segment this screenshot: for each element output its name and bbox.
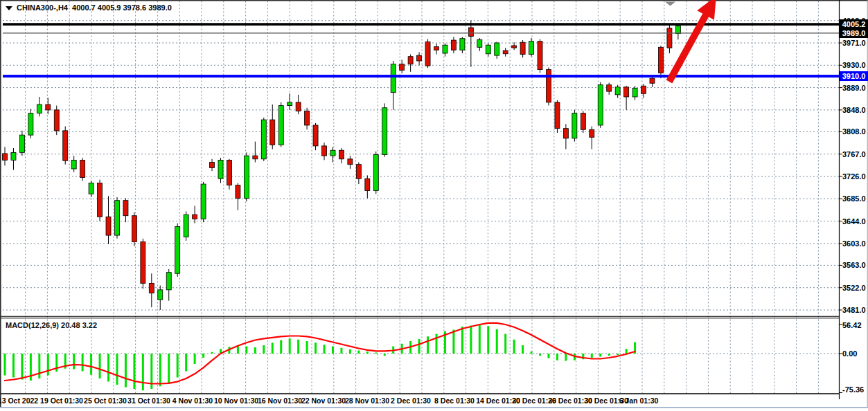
macd-histogram-bar <box>263 345 265 354</box>
macd-histogram-bar <box>547 354 549 358</box>
macd-histogram-bar <box>254 347 256 354</box>
price-tick-label: 3767.0 <box>842 150 866 158</box>
candle-body <box>615 87 620 95</box>
candle-body <box>46 104 51 110</box>
candle-body <box>503 51 508 54</box>
candle-body <box>19 135 24 152</box>
candle-body <box>89 183 94 194</box>
candle-body <box>166 273 171 290</box>
candle-body <box>408 57 413 64</box>
candle-body <box>193 214 197 219</box>
macd-histogram-bar <box>142 354 144 390</box>
price-tick-label: 3644.0 <box>842 217 866 226</box>
candle-body <box>63 131 68 161</box>
macd-histogram-bar <box>340 348 342 354</box>
candle-body <box>658 47 663 73</box>
candle-body <box>149 283 154 293</box>
macd-histogram-bar <box>487 326 489 354</box>
candle-body <box>54 110 59 131</box>
mt4-chart-window: CHINA300-,H4 4000.7 4005.9 3978.6 3989.0… <box>0 0 868 411</box>
time-axis-label: 31 Oct 01:30 <box>127 396 170 405</box>
macd-histogram-bar <box>90 354 92 375</box>
candle-body <box>425 42 430 66</box>
symbol-dropdown-icon[interactable] <box>6 6 12 10</box>
candle-body <box>555 102 560 129</box>
macd-histogram-bar <box>194 354 196 364</box>
time-axis-label: 6 Jan 01:30 <box>619 396 659 405</box>
time-axis-label: 4 Nov 01:30 <box>172 396 213 405</box>
price-tick-label: 3971.0 <box>842 39 866 47</box>
candle-body <box>305 111 310 125</box>
macd-histogram-bar <box>272 342 274 354</box>
macd-histogram-bar <box>99 354 101 378</box>
macd-histogram-bar <box>237 346 239 354</box>
candle-body <box>218 160 223 179</box>
macd-histogram-bar <box>504 334 506 354</box>
macd-histogram-bar <box>12 354 15 378</box>
macd-histogram-bar <box>245 347 247 354</box>
price-tick-label: 3563.0 <box>842 261 866 269</box>
macd-histogram-bar <box>38 354 40 378</box>
candle-body <box>400 64 405 71</box>
candle-body <box>590 129 594 137</box>
price-tick-label: 3726.0 <box>842 172 866 181</box>
macd-histogram-bar <box>357 351 360 354</box>
macd-histogram-bar <box>626 349 628 354</box>
time-axis-label: 2 Dec 01:30 <box>391 396 431 405</box>
candle-body <box>330 150 335 156</box>
candle-body <box>201 184 206 219</box>
candle-body <box>451 40 456 50</box>
candle-body <box>581 113 585 130</box>
time-axis-label: 25 Oct 01:30 <box>84 396 127 405</box>
price-tick-label: 3889.0 <box>842 84 866 92</box>
candle-body <box>572 113 577 138</box>
price-level-label: 3989.0 <box>840 28 868 38</box>
price-tick-label: 3930.0 <box>842 61 866 69</box>
time-axis-label: 8 Dec 01:30 <box>434 396 475 405</box>
candle-body <box>348 159 353 165</box>
macd-histogram-bar <box>116 354 118 385</box>
macd-axis-label: -75.36 <box>842 385 864 394</box>
macd-histogram-bar <box>366 351 369 354</box>
current-price-line[interactable] <box>3 33 839 33</box>
candle-body <box>667 28 672 48</box>
price-tick-label: 3808.0 <box>842 127 866 136</box>
candle-body <box>313 125 318 146</box>
macd-histogram-bar <box>513 340 515 354</box>
support-level-line[interactable] <box>3 75 839 77</box>
macd-histogram-bar <box>565 354 567 361</box>
chart-canvas[interactable] <box>0 0 868 411</box>
macd-histogram-bar <box>289 338 291 354</box>
candle-body <box>278 106 283 145</box>
candle-body <box>106 217 111 235</box>
macd-histogram-bar <box>159 354 161 386</box>
candle-body <box>520 42 525 54</box>
time-axis-label: 22 Nov 01:30 <box>301 396 346 405</box>
candle-body <box>28 113 33 136</box>
candle-body <box>184 214 188 237</box>
candle-body <box>495 43 499 55</box>
candle-body <box>382 108 387 155</box>
macd-histogram-bar <box>427 336 429 354</box>
price-tick-label: 3685.0 <box>842 194 866 203</box>
candle-body <box>11 152 16 160</box>
macd-axis-label: 56.42 <box>842 321 862 329</box>
macd-histogram-bar <box>470 326 472 354</box>
macd-histogram-bar <box>599 354 601 357</box>
candle-body <box>632 88 637 97</box>
time-axis-label: 13 Oct 2022 <box>0 396 38 405</box>
macd-histogram-bar <box>324 345 326 354</box>
candle-body <box>132 216 136 242</box>
macd-histogram-bar <box>168 354 170 383</box>
candle-body <box>236 185 240 199</box>
resistance-level-line[interactable] <box>3 23 839 26</box>
candle-body <box>607 85 612 91</box>
blue-line-price-label: 3910.0 <box>840 71 868 81</box>
macd-histogram-bar <box>47 354 49 376</box>
macd-histogram-bar <box>531 351 533 354</box>
candle-body <box>598 85 603 125</box>
chart-shift-marker-icon[interactable] <box>665 2 675 6</box>
macd-histogram-bar <box>297 340 299 354</box>
macd-histogram-bar <box>461 327 463 354</box>
time-axis-label: 28 Nov 01:30 <box>345 396 389 405</box>
